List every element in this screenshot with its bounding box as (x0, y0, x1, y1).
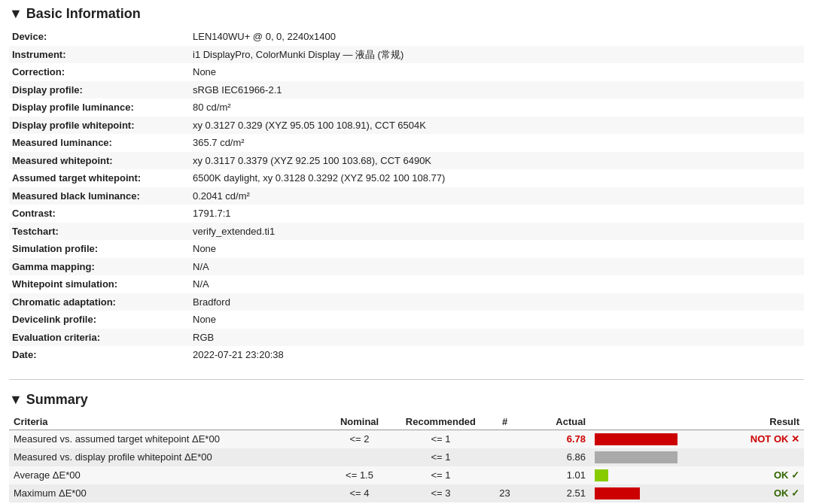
info-row: Measured black luminance:0.2041 cd/m² (9, 187, 804, 205)
info-label: Display profile luminance: (9, 99, 190, 117)
info-label: Correction: (9, 63, 190, 81)
info-row: Display profile luminance:80 cd/m² (9, 99, 804, 117)
summary-recommended: <= 1 (394, 466, 488, 484)
info-value: 80 cd/m² (190, 99, 804, 117)
basic-information-section: ▼ Basic Information Device:LEN140WU+ @ 0… (0, 0, 813, 373)
summary-nominal: <= 2 (325, 430, 394, 448)
info-label: Display profile whitepoint: (9, 117, 190, 135)
info-value: 365.7 cd/m² (190, 134, 804, 152)
summary-actual: 6.78 (522, 430, 590, 448)
basic-information-header: ▼ Basic Information (9, 6, 804, 22)
summary-result: OK ✓ (702, 466, 804, 484)
info-label: Measured luminance: (9, 134, 190, 152)
summary-header: ▼ Summary (9, 392, 804, 408)
summary-criteria: Measured vs. assumed target whitepoint Δ… (9, 430, 325, 448)
summary-section: ▼ Summary Criteria Nominal Recommended #… (0, 386, 813, 505)
info-row: Testchart:verify_extended.ti1 (9, 223, 804, 241)
summary-bar (590, 448, 702, 466)
info-value: N/A (190, 275, 804, 293)
info-label: Contrast: (9, 205, 190, 223)
summary-actual: 6.86 (522, 448, 590, 466)
summary-bar (590, 466, 702, 484)
info-value: 1791.7:1 (190, 205, 804, 223)
info-row: Measured whitepoint:xy 0.3117 0.3379 (XY… (9, 152, 804, 170)
info-value: None (190, 311, 804, 329)
info-label: Gamma mapping: (9, 258, 190, 276)
main-container: ▼ Basic Information Device:LEN140WU+ @ 0… (0, 0, 813, 504)
summary-hash: 23 (488, 484, 522, 502)
info-row: Simulation profile:None (9, 240, 804, 258)
info-value: 0.2041 cd/m² (190, 187, 804, 205)
summary-recommended: <= 3 (394, 484, 488, 502)
summary-row: Average ΔE*00<= 1.5<= 11.01OK ✓ (9, 466, 804, 484)
col-header-nominal: Nominal (325, 414, 394, 430)
info-label: Date: (9, 346, 190, 364)
info-row: Measured luminance:365.7 cd/m² (9, 134, 804, 152)
info-value: 2022-07-21 23:20:38 (190, 346, 804, 364)
col-header-recommended: Recommended (394, 414, 488, 430)
col-header-result: Result (702, 414, 804, 430)
info-row: Evaluation criteria:RGB (9, 329, 804, 347)
info-table: Device:LEN140WU+ @ 0, 0, 2240x1400Instru… (9, 28, 804, 364)
info-value: xy 0.3127 0.329 (XYZ 95.05 100 108.91), … (190, 117, 804, 135)
summary-recommended: <= 1 (394, 448, 488, 466)
info-row: Display profile whitepoint:xy 0.3127 0.3… (9, 117, 804, 135)
col-header-criteria: Criteria (9, 414, 325, 430)
summary-hash (488, 448, 522, 466)
summary-hash (488, 466, 522, 484)
info-row: Date:2022-07-21 23:20:38 (9, 346, 804, 364)
col-header-hash: # (488, 414, 522, 430)
info-value: sRGB IEC61966-2.1 (190, 81, 804, 99)
info-value: i1 DisplayPro, ColorMunki Display — 液晶 (… (190, 46, 804, 64)
summary-hash (488, 430, 522, 448)
info-value: N/A (190, 258, 804, 276)
info-value: verify_extended.ti1 (190, 223, 804, 241)
info-label: Measured whitepoint: (9, 152, 190, 170)
summary-recommended: <= 1 (394, 430, 488, 448)
info-row: Chromatic adaptation:Bradford (9, 293, 804, 311)
col-header-actual: Actual (522, 414, 590, 430)
col-header-bar (590, 414, 702, 430)
summary-table: Criteria Nominal Recommended # Actual Re… (9, 414, 804, 502)
summary-nominal (325, 448, 394, 466)
info-value: LEN140WU+ @ 0, 0, 2240x1400 (190, 28, 804, 46)
summary-row: Maximum ΔE*00<= 4<= 3232.51OK ✓ (9, 484, 804, 502)
info-label: Chromatic adaptation: (9, 293, 190, 311)
info-label: Assumed target whitepoint: (9, 169, 190, 187)
info-label: Devicelink profile: (9, 311, 190, 329)
info-row: Display profile:sRGB IEC61966-2.1 (9, 81, 804, 99)
summary-nominal: <= 1.5 (325, 466, 394, 484)
summary-result: NOT OK ✕ (702, 430, 804, 448)
info-row: Whitepoint simulation:N/A (9, 275, 804, 293)
info-row: Assumed target whitepoint:6500K daylight… (9, 169, 804, 187)
summary-nominal: <= 4 (325, 484, 394, 502)
info-value: None (190, 240, 804, 258)
info-label: Simulation profile: (9, 240, 190, 258)
info-value: xy 0.3117 0.3379 (XYZ 92.25 100 103.68),… (190, 152, 804, 170)
summary-row: Measured vs. display profile whitepoint … (9, 448, 804, 466)
info-value: RGB (190, 329, 804, 347)
summary-criteria: Average ΔE*00 (9, 466, 325, 484)
summary-bar (590, 484, 702, 502)
info-row: Correction:None (9, 63, 804, 81)
summary-result: OK ✓ (702, 484, 804, 502)
info-row: Devicelink profile:None (9, 311, 804, 329)
summary-actual: 1.01 (522, 466, 590, 484)
summary-row: Measured vs. assumed target whitepoint Δ… (9, 430, 804, 448)
info-label: Device: (9, 28, 190, 46)
info-label: Whitepoint simulation: (9, 275, 190, 293)
info-row: Instrument:i1 DisplayPro, ColorMunki Dis… (9, 46, 804, 64)
info-value: 6500K daylight, xy 0.3128 0.3292 (XYZ 95… (190, 169, 804, 187)
info-row: Contrast:1791.7:1 (9, 205, 804, 223)
summary-result (702, 448, 804, 466)
info-label: Measured black luminance: (9, 187, 190, 205)
info-row: Device:LEN140WU+ @ 0, 0, 2240x1400 (9, 28, 804, 46)
info-label: Instrument: (9, 46, 190, 64)
section-divider (9, 379, 804, 380)
info-value: Bradford (190, 293, 804, 311)
info-label: Testchart: (9, 223, 190, 241)
summary-actual: 2.51 (522, 484, 590, 502)
info-label: Display profile: (9, 81, 190, 99)
summary-bar (590, 430, 702, 448)
summary-criteria: Maximum ΔE*00 (9, 484, 325, 502)
